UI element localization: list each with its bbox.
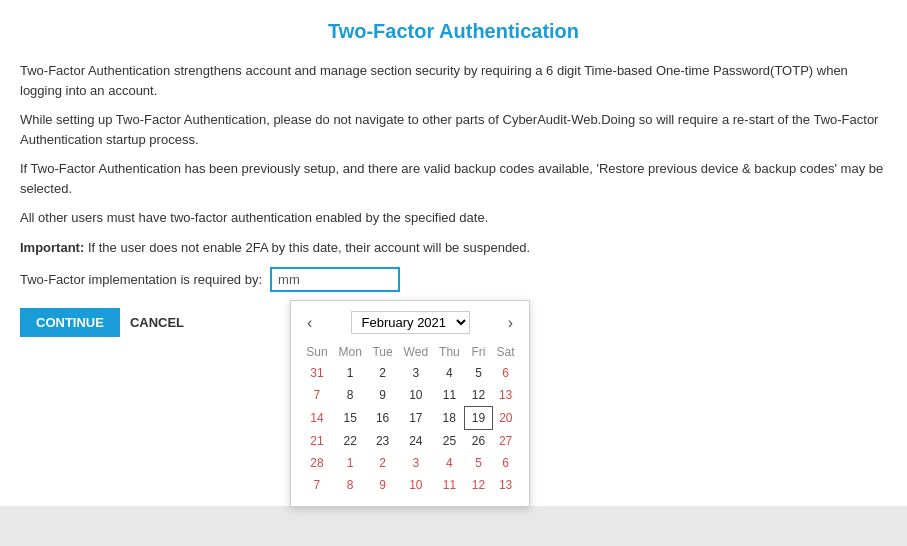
important-line: Important: If the user does not enable 2… — [20, 238, 887, 258]
calendar-day[interactable]: 7 — [301, 384, 333, 407]
calendar-day[interactable]: 31 — [301, 362, 333, 384]
calendar-day[interactable]: 11 — [434, 384, 465, 407]
calendar-day[interactable]: 14 — [301, 407, 333, 430]
calendar-popup: ‹ February 2021 › SunMonTueWedThuFriSat … — [290, 300, 530, 507]
calendar-day[interactable]: 8 — [333, 474, 368, 496]
calendar-day[interactable]: 11 — [434, 474, 465, 496]
description-1: Two-Factor Authentication strengthens ac… — [20, 61, 887, 100]
calendar-day[interactable]: 20 — [492, 407, 519, 430]
calendar-week-0: 31123456 — [301, 362, 519, 384]
day-header-thu: Thu — [434, 342, 465, 362]
calendar-day[interactable]: 17 — [398, 407, 434, 430]
calendar-header-row: SunMonTueWedThuFriSat — [301, 342, 519, 362]
calendar-day[interactable]: 28 — [301, 452, 333, 474]
calendar-day[interactable]: 18 — [434, 407, 465, 430]
calendar-day[interactable]: 24 — [398, 430, 434, 453]
day-header-sun: Sun — [301, 342, 333, 362]
calendar-day[interactable]: 15 — [333, 407, 368, 430]
calendar-day[interactable]: 19 — [465, 407, 492, 430]
calendar-day[interactable]: 2 — [368, 452, 398, 474]
calendar-day[interactable]: 25 — [434, 430, 465, 453]
calendar-day[interactable]: 22 — [333, 430, 368, 453]
prev-month-button[interactable]: ‹ — [301, 312, 318, 334]
day-header-sat: Sat — [492, 342, 519, 362]
calendar-day[interactable]: 8 — [333, 384, 368, 407]
calendar-week-5: 78910111213 — [301, 474, 519, 496]
calendar-week-2: 14151617181920 — [301, 407, 519, 430]
calendar-day[interactable]: 9 — [368, 384, 398, 407]
day-header-tue: Tue — [368, 342, 398, 362]
calendar-day[interactable]: 1 — [333, 452, 368, 474]
page-container: Two-Factor Authentication Two-Factor Aut… — [0, 0, 907, 546]
calendar-day[interactable]: 6 — [492, 362, 519, 384]
continue-button[interactable]: CONTINUE — [20, 308, 120, 337]
calendar-day[interactable]: 10 — [398, 384, 434, 407]
calendar-grid: SunMonTueWedThuFriSat 311234567891011121… — [301, 342, 519, 496]
calendar-day[interactable]: 27 — [492, 430, 519, 453]
important-text: If the user does not enable 2FA by this … — [84, 240, 530, 255]
calendar-week-4: 28123456 — [301, 452, 519, 474]
next-month-button[interactable]: › — [502, 312, 519, 334]
calendar-day[interactable]: 4 — [434, 362, 465, 384]
calendar-day[interactable]: 16 — [368, 407, 398, 430]
calendar-day[interactable]: 4 — [434, 452, 465, 474]
calendar-day[interactable]: 5 — [465, 362, 492, 384]
calendar-day[interactable]: 9 — [368, 474, 398, 496]
day-header-mon: Mon — [333, 342, 368, 362]
calendar-day[interactable]: 21 — [301, 430, 333, 453]
description-4: All other users must have two-factor aut… — [20, 208, 887, 228]
required-row: Two-Factor implementation is required by… — [20, 267, 887, 292]
calendar-header: ‹ February 2021 › — [301, 311, 519, 334]
day-header-wed: Wed — [398, 342, 434, 362]
calendar-day[interactable]: 5 — [465, 452, 492, 474]
calendar-body: 3112345678910111213141516171819202122232… — [301, 362, 519, 496]
calendar-day[interactable]: 2 — [368, 362, 398, 384]
date-input[interactable] — [270, 267, 400, 292]
day-headers-row: SunMonTueWedThuFriSat — [301, 342, 519, 362]
bottom-bar — [0, 506, 907, 546]
calendar-day[interactable]: 10 — [398, 474, 434, 496]
calendar-day[interactable]: 13 — [492, 384, 519, 407]
calendar-week-1: 78910111213 — [301, 384, 519, 407]
important-label: Important: — [20, 240, 84, 255]
calendar-day[interactable]: 26 — [465, 430, 492, 453]
calendar-day[interactable]: 12 — [465, 474, 492, 496]
month-year-select[interactable]: February 2021 — [351, 311, 470, 334]
day-header-fri: Fri — [465, 342, 492, 362]
calendar-day[interactable]: 12 — [465, 384, 492, 407]
calendar-day[interactable]: 3 — [398, 452, 434, 474]
calendar-day[interactable]: 1 — [333, 362, 368, 384]
cancel-button[interactable]: CANCEL — [130, 315, 184, 330]
required-label: Two-Factor implementation is required by… — [20, 272, 262, 287]
calendar-day[interactable]: 23 — [368, 430, 398, 453]
calendar-day[interactable]: 3 — [398, 362, 434, 384]
calendar-day[interactable]: 7 — [301, 474, 333, 496]
calendar-day[interactable]: 6 — [492, 452, 519, 474]
description-3: If Two-Factor Authentication has been pr… — [20, 159, 887, 198]
description-2: While setting up Two-Factor Authenticati… — [20, 110, 887, 149]
page-title: Two-Factor Authentication — [20, 20, 887, 43]
calendar-day[interactable]: 13 — [492, 474, 519, 496]
calendar-week-3: 21222324252627 — [301, 430, 519, 453]
